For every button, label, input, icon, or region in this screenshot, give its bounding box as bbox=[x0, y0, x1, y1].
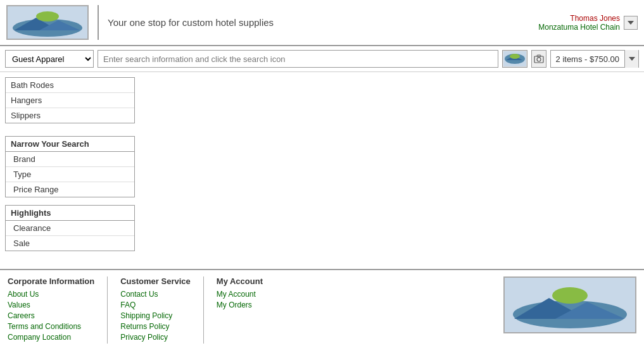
category-select[interactable]: Guest ApparelBath & SpaBeddingFurniture bbox=[5, 50, 94, 68]
list-item[interactable]: Slippers bbox=[6, 108, 134, 123]
narrow-search-section: Narrow Your Search Brand Type Price Rang… bbox=[5, 136, 135, 197]
list-item[interactable]: Hangers bbox=[6, 93, 134, 108]
main-content bbox=[135, 77, 639, 251]
filter-brand[interactable]: Brand bbox=[6, 152, 134, 167]
footer-link-careers[interactable]: Careers bbox=[8, 311, 94, 320]
footer-link-terms[interactable]: Terms and Conditions bbox=[8, 322, 94, 331]
svg-point-10 bbox=[537, 58, 541, 61]
footer-link-faq[interactable]: FAQ bbox=[120, 301, 191, 309]
highlights-section: Highlights Clearance Sale bbox=[5, 205, 135, 251]
filter-price-range[interactable]: Price Range bbox=[6, 182, 134, 197]
toolbar: Guest ApparelBath & SpaBeddingFurniture … bbox=[0, 46, 644, 72]
narrow-search-header: Narrow Your Search bbox=[6, 137, 134, 152]
list-item[interactable]: Bath Rodes bbox=[6, 78, 134, 93]
search-input[interactable] bbox=[98, 50, 498, 68]
highlights-header: Highlights bbox=[6, 206, 134, 221]
highlight-sale[interactable]: Sale bbox=[6, 236, 134, 251]
cart-dropdown-button[interactable] bbox=[624, 50, 638, 68]
footer-logo bbox=[503, 276, 636, 333]
footer-link-about-us[interactable]: About Us bbox=[8, 290, 94, 299]
chevron-down-icon bbox=[629, 57, 635, 61]
footer-link-shipping[interactable]: Shipping Policy bbox=[120, 311, 191, 320]
svg-point-4 bbox=[36, 11, 59, 22]
footer-link-my-orders[interactable]: My Orders bbox=[217, 301, 263, 309]
filter-type[interactable]: Type bbox=[6, 167, 134, 182]
footer-link-company-location[interactable]: Company Location bbox=[8, 333, 94, 342]
highlight-clearance[interactable]: Clearance bbox=[6, 221, 134, 236]
user-info: Thomas Jones Monzatuma Hotel Chain bbox=[538, 14, 620, 32]
category-list: Bath Rodes Hangers Slippers bbox=[5, 77, 135, 123]
user-company: Monzatuma Hotel Chain bbox=[538, 23, 620, 32]
cart-text: 2 items - $750.00 bbox=[551, 54, 624, 64]
footer-link-privacy[interactable]: Privacy Policy bbox=[120, 333, 191, 342]
header-logo bbox=[6, 5, 89, 40]
footer-corporate-title: Corporate Information bbox=[8, 276, 94, 286]
footer-col-my-account: My Account My Account My Orders bbox=[217, 276, 275, 311]
footer-col-corporate: Corporate Information About Us Values Ca… bbox=[8, 276, 108, 344]
user-name: Thomas Jones bbox=[538, 14, 620, 23]
cart-info: 2 items - $750.00 bbox=[550, 50, 639, 68]
footer-customer-service-title: Customer Service bbox=[120, 276, 191, 286]
main-layout: Bath Rodes Hangers Slippers Narrow Your … bbox=[0, 72, 644, 256]
search-button[interactable] bbox=[502, 50, 527, 68]
footer-col-customer-service: Customer Service Contact Us FAQ Shipping… bbox=[120, 276, 204, 344]
footer: Corporate Information About Us Values Ca… bbox=[0, 269, 644, 350]
svg-point-16 bbox=[552, 287, 588, 304]
footer-link-returns[interactable]: Returns Policy bbox=[120, 322, 191, 331]
header: Your one stop for custom hotel supplies … bbox=[0, 0, 644, 46]
footer-link-contact-us[interactable]: Contact Us bbox=[120, 290, 191, 299]
footer-link-my-account[interactable]: My Account bbox=[217, 290, 263, 299]
svg-point-8 bbox=[510, 54, 520, 59]
footer-link-values[interactable]: Values bbox=[8, 301, 94, 309]
sidebar: Bath Rodes Hangers Slippers Narrow Your … bbox=[5, 77, 135, 251]
footer-my-account-title: My Account bbox=[217, 276, 263, 286]
user-dropdown-button[interactable] bbox=[624, 16, 638, 30]
chevron-down-icon bbox=[628, 21, 634, 25]
tagline: Your one stop for custom hotel supplies bbox=[108, 17, 538, 28]
header-divider bbox=[98, 5, 99, 40]
camera-button[interactable] bbox=[531, 50, 546, 68]
